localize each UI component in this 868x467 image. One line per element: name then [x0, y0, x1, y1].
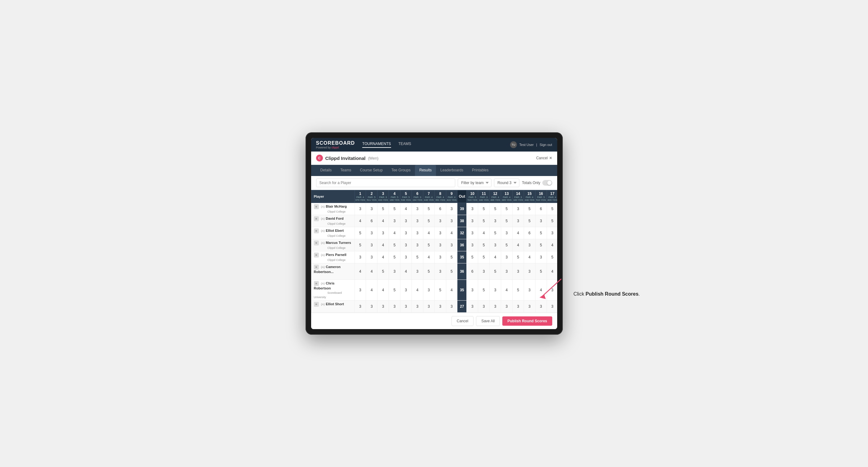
- hole-3-score[interactable]: 3: [377, 301, 389, 313]
- hole-4-score[interactable]: 5: [389, 239, 400, 251]
- back-hole-12-score[interactable]: 3: [490, 301, 501, 313]
- back-hole-15-score[interactable]: 6: [524, 227, 535, 239]
- back-hole-13-score[interactable]: 3: [501, 263, 513, 280]
- back-hole-16-score[interactable]: 5: [535, 227, 547, 239]
- hole-3-score[interactable]: 4: [377, 215, 389, 227]
- hole-1-score[interactable]: 3: [354, 301, 366, 313]
- back-hole-17-score[interactable]: 5: [547, 251, 557, 263]
- hole-9-score[interactable]: 3: [446, 239, 457, 251]
- hole-7-score[interactable]: 4: [423, 227, 434, 239]
- back-hole-12-score[interactable]: 4: [490, 251, 501, 263]
- back-hole-13-score[interactable]: 4: [501, 280, 513, 301]
- hole-7-score[interactable]: 5: [423, 263, 434, 280]
- hole-9-score[interactable]: 3: [446, 301, 457, 313]
- nav-tournaments[interactable]: TOURNAMENTS: [362, 142, 391, 148]
- back-hole-15-score[interactable]: 5: [524, 215, 535, 227]
- back-hole-15-score[interactable]: 3: [524, 239, 535, 251]
- hole-6-score[interactable]: 3: [411, 227, 423, 239]
- hole-1-score[interactable]: 5: [354, 227, 366, 239]
- search-input[interactable]: [316, 179, 456, 187]
- back-hole-15-score[interactable]: 3: [524, 280, 535, 301]
- hole-5-score[interactable]: 3: [400, 215, 412, 227]
- filter-team-select[interactable]: Filter by team: [458, 179, 492, 187]
- save-all-button[interactable]: Save All: [476, 316, 500, 326]
- back-hole-14-score[interactable]: 3: [512, 203, 524, 215]
- back-hole-14-score[interactable]: 4: [512, 239, 524, 251]
- hole-1-score[interactable]: 5: [354, 239, 366, 251]
- back-hole-11-score[interactable]: 3: [478, 301, 490, 313]
- hole-5-score[interactable]: 3: [400, 251, 412, 263]
- hole-5-score[interactable]: 3: [400, 280, 412, 301]
- hole-4-score[interactable]: 3: [389, 263, 400, 280]
- back-hole-12-score[interactable]: 5: [490, 263, 501, 280]
- back-hole-15-score[interactable]: 3: [524, 263, 535, 280]
- back-hole-11-score[interactable]: 5: [478, 203, 490, 215]
- hole-6-score[interactable]: 3: [411, 239, 423, 251]
- hole-5-score[interactable]: 3: [400, 239, 412, 251]
- back-hole-16-score[interactable]: 3: [535, 251, 547, 263]
- hole-2-score[interactable]: 4: [366, 263, 377, 280]
- hole-3-score[interactable]: 4: [377, 280, 389, 301]
- tab-tee-groups[interactable]: Tee Groups: [387, 165, 415, 176]
- hole-7-score[interactable]: 3: [423, 301, 434, 313]
- hole-6-score[interactable]: 5: [411, 251, 423, 263]
- tab-details[interactable]: Details: [316, 165, 336, 176]
- hole-3-score[interactable]: 4: [377, 251, 389, 263]
- back-hole-10-score[interactable]: 3: [467, 239, 478, 251]
- back-hole-14-score[interactable]: 3: [512, 263, 524, 280]
- back-hole-12-score[interactable]: 5: [490, 227, 501, 239]
- tab-leaderboards[interactable]: Leaderboards: [436, 165, 468, 176]
- hole-5-score[interactable]: 4: [400, 263, 412, 280]
- hole-6-score[interactable]: 3: [411, 215, 423, 227]
- hole-8-score[interactable]: 3: [434, 263, 446, 280]
- back-hole-14-score[interactable]: 5: [512, 280, 524, 301]
- hole-8-score[interactable]: 6: [434, 203, 446, 215]
- back-hole-13-score[interactable]: 5: [501, 203, 513, 215]
- hole-8-score[interactable]: 3: [434, 215, 446, 227]
- hole-1-score[interactable]: 3: [354, 203, 366, 215]
- cancel-button[interactable]: Cancel: [452, 316, 473, 326]
- back-hole-10-score[interactable]: 3: [467, 301, 478, 313]
- nav-teams[interactable]: TEAMS: [399, 142, 411, 148]
- sign-out-link[interactable]: Sign out: [539, 143, 552, 147]
- hole-9-score[interactable]: 4: [446, 280, 457, 301]
- hole-3-score[interactable]: 4: [377, 239, 389, 251]
- back-hole-16-score[interactable]: 6: [535, 203, 547, 215]
- back-hole-14-score[interactable]: 3: [512, 215, 524, 227]
- back-hole-15-score[interactable]: 4: [524, 251, 535, 263]
- cancel-tournament-btn[interactable]: Cancel ✕: [536, 156, 552, 160]
- back-hole-13-score[interactable]: 3: [501, 227, 513, 239]
- back-hole-10-score[interactable]: 3: [467, 203, 478, 215]
- hole-4-score[interactable]: 3: [389, 301, 400, 313]
- hole-1-score[interactable]: 3: [354, 251, 366, 263]
- round-select[interactable]: Round 3: [494, 179, 519, 187]
- back-hole-11-score[interactable]: 5: [478, 239, 490, 251]
- hole-7-score[interactable]: 4: [423, 251, 434, 263]
- hole-7-score[interactable]: 5: [423, 203, 434, 215]
- back-hole-14-score[interactable]: 5: [512, 251, 524, 263]
- hole-4-score[interactable]: 5: [389, 251, 400, 263]
- back-hole-10-score[interactable]: 6: [467, 263, 478, 280]
- hole-9-score[interactable]: 3: [446, 215, 457, 227]
- hole-7-score[interactable]: 3: [423, 280, 434, 301]
- back-hole-10-score[interactable]: 3: [467, 280, 478, 301]
- hole-4-score[interactable]: 3: [389, 215, 400, 227]
- back-hole-12-score[interactable]: 3: [490, 280, 501, 301]
- tab-results[interactable]: Results: [415, 165, 436, 176]
- back-hole-12-score[interactable]: 3: [490, 215, 501, 227]
- hole-1-score[interactable]: 4: [354, 263, 366, 280]
- hole-4-score[interactable]: 4: [389, 227, 400, 239]
- hole-2-score[interactable]: 3: [366, 301, 377, 313]
- hole-7-score[interactable]: 5: [423, 239, 434, 251]
- hole-2-score[interactable]: 6: [366, 215, 377, 227]
- hole-5-score[interactable]: 3: [400, 301, 412, 313]
- hole-6-score[interactable]: 3: [411, 263, 423, 280]
- hole-2-score[interactable]: 3: [366, 227, 377, 239]
- hole-9-score[interactable]: 5: [446, 263, 457, 280]
- hole-2-score[interactable]: 4: [366, 280, 377, 301]
- hole-3-score[interactable]: 5: [377, 263, 389, 280]
- back-hole-11-score[interactable]: 5: [478, 280, 490, 301]
- tab-printables[interactable]: Printables: [468, 165, 493, 176]
- hole-2-score[interactable]: 3: [366, 251, 377, 263]
- back-hole-11-score[interactable]: 3: [478, 263, 490, 280]
